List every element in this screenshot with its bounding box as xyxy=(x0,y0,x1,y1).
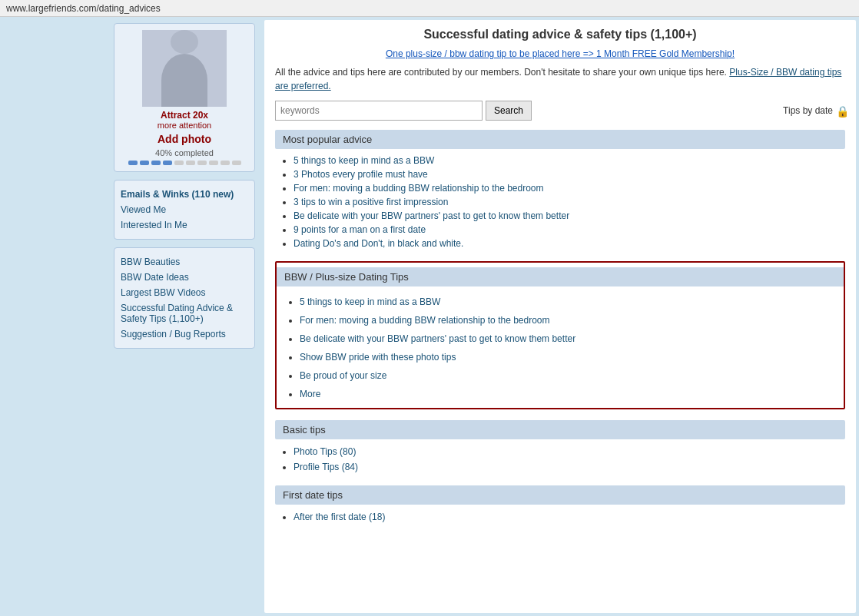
viewed-me-link[interactable]: Viewed Me xyxy=(121,202,248,217)
links-box: BBW Beauties BBW Date Ideas Largest BBW … xyxy=(114,247,255,349)
first-date-tips-section: First date tips After the first date (18… xyxy=(275,485,845,525)
basic-tips-header: Basic tips xyxy=(275,420,845,439)
profile-box: Attract 20x more attention Add photo 40%… xyxy=(114,23,255,172)
list-item: Photo Tips (80) xyxy=(294,444,845,459)
profile-image-area[interactable] xyxy=(142,30,227,107)
dot-2 xyxy=(140,161,149,165)
emails-winks-link[interactable]: Emails & Winks (110 new) xyxy=(121,187,248,202)
avatar-head xyxy=(171,30,198,54)
dot-10 xyxy=(232,161,241,165)
bbw-link-2[interactable]: For men: moving a budding BBW relationsh… xyxy=(300,315,550,326)
list-item: Be delicate with your BBW partners' past… xyxy=(300,330,844,348)
progress-dots xyxy=(121,161,248,165)
advice-link-5[interactable]: Be delicate with your BBW partners' past… xyxy=(294,210,569,221)
first-date-tips-list: After the first date (18) xyxy=(275,509,845,525)
advice-link-7[interactable]: Dating Do's and Don't, in black and whit… xyxy=(294,238,463,249)
list-item: Be delicate with your BBW partners' past… xyxy=(294,209,845,223)
list-item: 5 things to keep in mind as a BBW xyxy=(300,293,844,311)
bbw-link-1[interactable]: 5 things to keep in mind as a BBW xyxy=(300,296,440,307)
attract-line1: Attract 20x xyxy=(121,110,248,121)
bbw-link-5[interactable]: Be proud of your size xyxy=(300,370,386,381)
dot-9 xyxy=(221,161,230,165)
lock-icon: 🔒 xyxy=(836,105,845,116)
left-margin xyxy=(0,17,108,616)
successful-dating-link[interactable]: Successful Dating Advice & Safety Tips (… xyxy=(121,300,248,326)
photo-tips-link[interactable]: Photo Tips (80) xyxy=(294,446,356,457)
attract-line2: more attention xyxy=(121,121,248,130)
advice-link-2[interactable]: 3 Photos every profile must have xyxy=(294,169,428,180)
list-item: 3 Photos every profile must have xyxy=(294,167,845,181)
search-input[interactable] xyxy=(275,101,483,121)
page-title: Successful dating advice & safety tips (… xyxy=(275,28,845,41)
list-item: More xyxy=(300,385,844,403)
bbw-tips-preferred-link[interactable]: Plus-Size / BBW dating tips are preferre… xyxy=(275,67,841,91)
search-button[interactable]: Search xyxy=(486,101,532,121)
most-popular-list: 5 things to keep in mind as a BBW 3 Phot… xyxy=(275,154,845,250)
add-photo-label[interactable]: Add photo xyxy=(121,133,248,145)
interested-in-me-link[interactable]: Interested In Me xyxy=(121,217,248,233)
dot-4 xyxy=(163,161,172,165)
first-date-tips-header: First date tips xyxy=(275,485,845,505)
progress-text: 40% completed xyxy=(121,148,248,157)
dot-1 xyxy=(128,161,138,165)
list-item: For men: moving a budding BBW relationsh… xyxy=(300,311,844,330)
after-first-date-link[interactable]: After the first date (18) xyxy=(294,512,385,522)
list-item: Be proud of your size xyxy=(300,366,844,385)
browser-bar: www.largefriends.com/dating_advices xyxy=(0,0,859,17)
dot-3 xyxy=(151,161,161,165)
basic-tips-section: Basic tips Photo Tips (80) Profile Tips … xyxy=(275,420,845,475)
list-item: 5 things to keep in mind as a BBW xyxy=(294,154,845,167)
bbw-link-4[interactable]: Show BBW pride with these photo tips xyxy=(300,352,456,363)
most-popular-header: Most popular advice xyxy=(275,130,845,149)
dot-5 xyxy=(174,161,184,165)
dot-7 xyxy=(197,161,207,165)
nav-box: Emails & Winks (110 new) Viewed Me Inter… xyxy=(114,180,255,240)
advice-link-3[interactable]: For men: moving a budding BBW relationsh… xyxy=(294,183,544,194)
bbw-header: BBW / Plus-size Dating Tips xyxy=(277,267,844,286)
bbw-beauties-link[interactable]: BBW Beauties xyxy=(121,254,248,270)
list-item: After the first date (18) xyxy=(294,509,845,525)
suggestion-bug-link[interactable]: Suggestion / Bug Reports xyxy=(121,326,248,342)
basic-tips-list: Photo Tips (80) Profile Tips (84) xyxy=(275,444,845,475)
list-item: 3 tips to win a positive first impressio… xyxy=(294,195,845,209)
intro-text: All the advice and tips here are contrib… xyxy=(275,65,845,93)
tips-by-date[interactable]: Tips by date 🔒 xyxy=(783,105,845,116)
advice-link-1[interactable]: 5 things to keep in mind as a BBW xyxy=(294,155,434,166)
bbw-link-3[interactable]: Be delicate with your BBW partners' past… xyxy=(300,333,575,344)
list-item: Dating Do's and Don't, in black and whit… xyxy=(294,237,845,250)
advice-link-6[interactable]: 9 points for a man on a first date xyxy=(294,224,426,235)
most-popular-section: Most popular advice 5 things to keep in … xyxy=(275,130,845,250)
promo-anchor[interactable]: One plus-size / bbw dating tip to be pla… xyxy=(386,48,735,59)
list-item: Profile Tips (84) xyxy=(294,459,845,475)
sidebar-panel: Attract 20x more attention Add photo 40%… xyxy=(108,17,261,616)
dot-8 xyxy=(209,161,218,165)
list-item: 9 points for a man on a first date xyxy=(294,223,845,237)
bbw-link-6[interactable]: More xyxy=(300,389,320,399)
dot-6 xyxy=(186,161,195,165)
avatar-silhouette xyxy=(161,54,207,107)
list-item: For men: moving a budding BBW relationsh… xyxy=(294,181,845,195)
promo-link[interactable]: One plus-size / bbw dating tip to be pla… xyxy=(275,48,845,59)
list-item: Show BBW pride with these photo tips xyxy=(300,348,844,366)
main-content: Successful dating advice & safety tips (… xyxy=(264,20,856,613)
advice-link-4[interactable]: 3 tips to win a positive first impressio… xyxy=(294,197,448,207)
largest-bbw-videos-link[interactable]: Largest BBW Videos xyxy=(121,285,248,300)
bbw-section: BBW / Plus-size Dating Tips 5 things to … xyxy=(275,261,845,409)
search-row: Search Tips by date 🔒 xyxy=(275,101,845,121)
browser-url: www.largefriends.com/dating_advices xyxy=(6,3,161,14)
bbw-list: 5 things to keep in mind as a BBW For me… xyxy=(277,293,844,403)
profile-tips-link[interactable]: Profile Tips (84) xyxy=(294,462,358,472)
search-form: Search xyxy=(275,101,532,121)
bbw-date-ideas-link[interactable]: BBW Date Ideas xyxy=(121,270,248,285)
